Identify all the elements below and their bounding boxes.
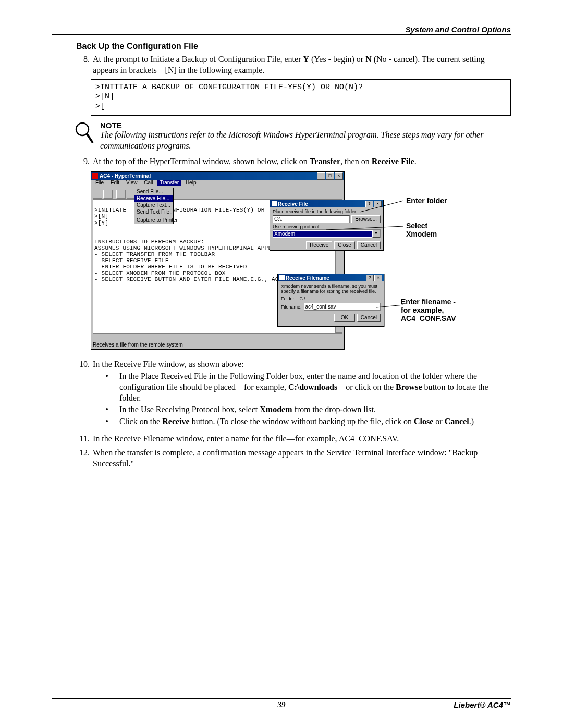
receive-file-dialog: Receive File ? × Place received file in … [270, 200, 384, 251]
note-title: NOTE [100, 121, 511, 130]
step-9: 9. At the top of the HyperTerminal windo… [76, 156, 511, 167]
text: Xmodem [406, 230, 437, 238]
receive-button[interactable]: Receive [306, 241, 332, 249]
text-bold: Browse [396, 382, 422, 391]
menu-send-text-file[interactable]: Send Text File... [134, 208, 173, 215]
text: (Yes - begin) or [309, 55, 365, 64]
code-block: >INITIATE A BACKUP OF CONFIGURATION FILE… [91, 79, 511, 116]
protocol-dropdown[interactable]: Xmodem ▼ [273, 229, 381, 238]
bullet-icon: • [93, 371, 119, 403]
note-block: NOTE The following instructions refer to… [76, 121, 511, 152]
content-area: Back Up the Configuration File 8. At the… [76, 42, 511, 472]
text: for example, [401, 306, 444, 314]
text: .) [469, 417, 474, 426]
bullet-icon: • [93, 416, 119, 427]
text: At the top of the HyperTerminal window, … [93, 157, 310, 166]
maximize-button[interactable]: □ [326, 172, 334, 180]
step-10: 10. In the Receive File window, as shown… [76, 359, 511, 430]
section-title: Back Up the Configuration File [76, 42, 511, 51]
dialog-title: Receive File [278, 201, 308, 207]
help-button[interactable]: ? [365, 201, 373, 207]
menu-capture-text[interactable]: Capture Text... [134, 202, 173, 208]
menu-call[interactable]: Call [141, 180, 155, 186]
toolbar [91, 188, 344, 200]
menu-transfer[interactable]: Transfer [157, 180, 181, 186]
cancel-button[interactable]: Cancel [357, 314, 381, 322]
text-bold: Transfer [310, 157, 340, 166]
step-text: At the prompt to Initiate a Backup of Co… [93, 54, 511, 76]
text-bold: C:\downloads [288, 382, 337, 391]
text-bold: Cancel [445, 417, 469, 426]
step-11: 11. In the Receive Filename window, ente… [76, 434, 511, 445]
text: Enter filename - [401, 298, 456, 306]
protocol-value: Xmodem [273, 231, 372, 237]
note-text: NOTE The following instructions refer to… [100, 121, 511, 152]
menu-view[interactable]: View [124, 180, 140, 186]
folder-value: C:\. [300, 296, 307, 301]
ok-button[interactable]: OK [334, 314, 355, 322]
step-12: 12. When the transfer is complete, a con… [76, 448, 511, 470]
protocol-label: Use receiving protocol: [273, 224, 381, 229]
cancel-button[interactable]: Cancel [357, 241, 381, 249]
text: Click on the [119, 417, 162, 426]
transfer-dropdown: Send File... Receive File... Capture Tex… [134, 188, 174, 224]
tool-open-icon[interactable] [103, 190, 113, 199]
menu-capture-to-printer[interactable]: Capture to Printer [134, 217, 173, 224]
message-text: Xmodem never sends a filename, so you mu… [281, 283, 381, 294]
step-text: At the top of the HyperTerminal window, … [93, 156, 511, 167]
text: In the Use Receiving Protocol box, selec… [119, 405, 260, 414]
screenshot: AC4 - HyperTerminal _ □ × File Edit View… [91, 171, 511, 354]
step-number: 11. [76, 434, 93, 445]
close-button[interactable]: × [374, 201, 382, 207]
page: System and Control Options Back Up the C… [0, 0, 563, 728]
bullet-icon: • [93, 404, 119, 415]
text-bold: Close [414, 417, 433, 426]
magnifier-icon [74, 121, 95, 147]
help-button[interactable]: ? [366, 275, 374, 281]
close-button[interactable]: × [374, 275, 382, 281]
bullet-text: Click on the Receive button. (To close t… [119, 416, 511, 427]
footer-rule [52, 698, 511, 699]
chevron-down-icon[interactable]: ▼ [372, 230, 380, 238]
filename-input[interactable] [304, 303, 381, 311]
step-number: 9. [76, 156, 93, 167]
text: , then on [340, 157, 372, 166]
text: from the drop-down list. [292, 405, 375, 414]
step-number: 8. [76, 54, 93, 76]
browse-button[interactable]: Browse... [351, 215, 381, 223]
text-bold: N [365, 55, 372, 64]
step-8: 8. At the prompt to Initiate a Backup of… [76, 54, 511, 76]
header-rule [52, 34, 511, 35]
text: At the prompt to Initiate a Backup of Co… [93, 55, 303, 64]
step-text: In the Receive File window, as shown abo… [93, 359, 511, 430]
scrollbar-horizontal[interactable] [93, 333, 342, 340]
header-section: System and Control Options [405, 25, 511, 34]
menu-receive-file[interactable]: Receive File... [134, 195, 173, 202]
text: AC4_CONF.SAV [401, 314, 456, 323]
receive-filename-dialog: Receive Filename ? × Xmodem never sends … [277, 274, 384, 327]
step-number: 12. [76, 448, 93, 470]
menu-edit[interactable]: Edit [108, 180, 122, 186]
tool-connect-icon[interactable] [116, 190, 126, 199]
folder-label: Place received file in the following fol… [273, 209, 381, 214]
folder-input[interactable] [273, 215, 350, 223]
folder-label: Folder: [281, 296, 296, 301]
menu-file[interactable]: File [93, 180, 106, 186]
minimize-button[interactable]: _ [317, 172, 325, 180]
text: —or click on the [337, 382, 396, 391]
bullet-text: In the Use Receiving Protocol box, selec… [119, 404, 511, 415]
text-bold: Xmodem [260, 405, 292, 414]
menu-send-file[interactable]: Send File... [134, 188, 173, 195]
window-titlebar: AC4 - HyperTerminal _ □ × [91, 172, 344, 180]
callout-select-xmodem: Select Xmodem [406, 221, 437, 238]
app-icon [92, 173, 98, 179]
text: In the Receive File window, as shown abo… [93, 360, 244, 368]
tool-new-icon[interactable] [93, 190, 102, 199]
text: button. (To close the window without bac… [190, 417, 414, 426]
svg-line-1 [87, 133, 93, 143]
close-dlg-button[interactable]: Close [334, 241, 355, 249]
filename-label: Filename: [281, 304, 302, 310]
menu-help[interactable]: Help [183, 180, 199, 186]
close-button[interactable]: × [335, 172, 343, 180]
text-bold: Y [303, 55, 309, 64]
